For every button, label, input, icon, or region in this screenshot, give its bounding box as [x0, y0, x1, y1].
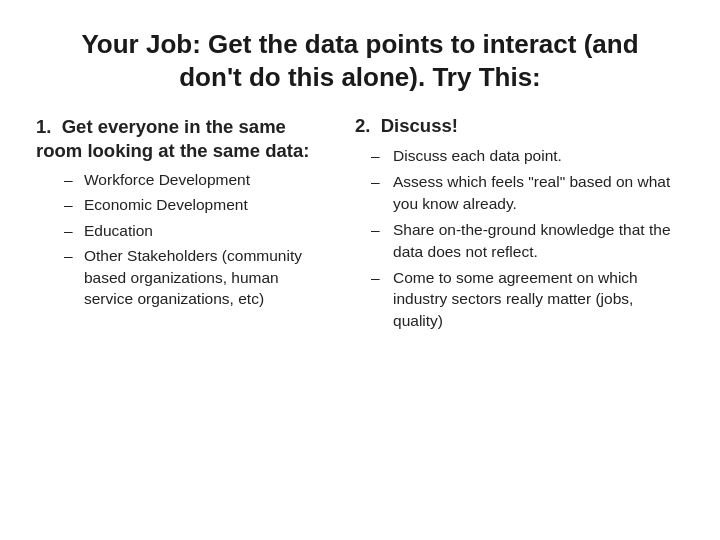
- column-left: 1. Get everyone in the same room looking…: [36, 115, 347, 516]
- list-item: –Assess which feels "real" based on what…: [371, 171, 684, 214]
- slide-title: Your Job: Get the data points to interac…: [36, 28, 684, 93]
- list-item: –Discuss each data point.: [371, 145, 684, 166]
- list-item: –Other Stakeholders (community based org…: [64, 245, 331, 309]
- list-item: –Share on-the-ground knowledge that the …: [371, 219, 684, 262]
- column-right: 2. Discuss! –Discuss each data point. –A…: [347, 115, 684, 516]
- section1-number: 1.: [36, 116, 51, 137]
- section2-bullet-list: –Discuss each data point. –Assess which …: [371, 145, 684, 331]
- list-item: –Education: [64, 220, 331, 241]
- list-item: –Come to some agreement on which industr…: [371, 267, 684, 331]
- slide: Your Job: Get the data points to interac…: [0, 0, 720, 540]
- list-item: –Economic Development: [64, 194, 331, 215]
- section2-header: 2. Discuss!: [355, 115, 684, 137]
- section1-bullet-list: –Workforce Development –Economic Develop…: [64, 169, 331, 309]
- section2-number: 2.: [355, 115, 370, 136]
- content-row: 1. Get everyone in the same room looking…: [36, 115, 684, 516]
- section1-header: 1. Get everyone in the same room looking…: [36, 115, 331, 163]
- list-item: –Workforce Development: [64, 169, 331, 190]
